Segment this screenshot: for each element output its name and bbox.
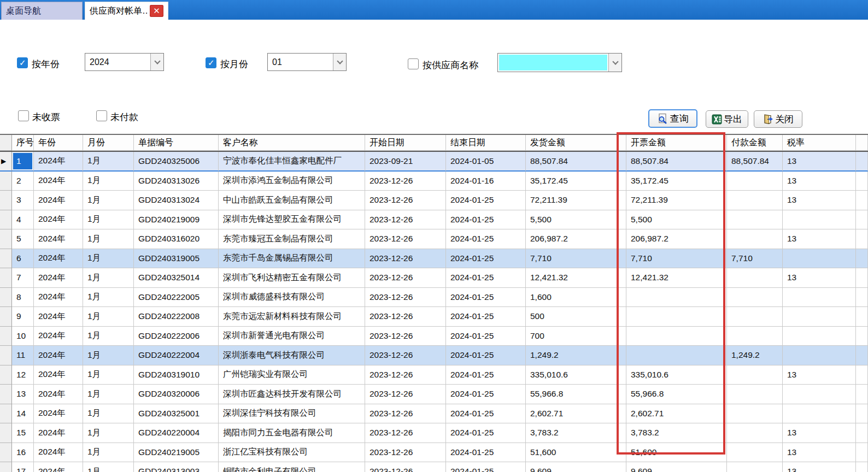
- table-cell[interactable]: 88,507.84: [727, 152, 783, 172]
- row-selector-cell[interactable]: [0, 210, 12, 230]
- table-cell[interactable]: 2024-01-25: [446, 462, 526, 472]
- row-selector-cell[interactable]: [0, 307, 12, 327]
- table-cell[interactable]: 1月: [83, 443, 134, 463]
- table-cell[interactable]: 1: [12, 152, 34, 172]
- table-cell[interactable]: 51,600: [626, 443, 727, 463]
- table-cell[interactable]: 88,507.84: [626, 152, 727, 172]
- table-row[interactable]: 122024年1月GDD240319010广州铠瑞实业有限公司2023-12-2…: [0, 365, 868, 385]
- column-header[interactable]: 客户名称: [219, 135, 365, 151]
- table-cell[interactable]: 17: [12, 462, 34, 472]
- table-cell[interactable]: 2023-12-26: [365, 365, 446, 385]
- table-cell[interactable]: 2024-01-25: [446, 229, 526, 249]
- row-selector-cell[interactable]: [0, 327, 12, 346]
- table-cell[interactable]: [783, 288, 856, 308]
- table-cell[interactable]: [727, 229, 783, 249]
- table-cell[interactable]: 13: [783, 268, 856, 288]
- table-cell[interactable]: [727, 288, 783, 308]
- no-invoice-checkbox[interactable]: [18, 110, 29, 121]
- table-cell[interactable]: 1月: [83, 423, 134, 443]
- table-cell[interactable]: GDD240325001: [134, 404, 219, 424]
- table-cell[interactable]: 2024年: [34, 229, 83, 249]
- table-cell[interactable]: 9,609: [526, 462, 626, 472]
- table-cell[interactable]: 广州铠瑞实业有限公司: [219, 365, 365, 385]
- row-selector-cell[interactable]: [0, 288, 12, 308]
- table-cell[interactable]: 88,507.84: [526, 152, 626, 172]
- table-cell[interactable]: 1月: [83, 191, 134, 210]
- supplier-select[interactable]: [497, 53, 622, 72]
- table-cell[interactable]: 2023-12-26: [365, 385, 446, 404]
- table-cell[interactable]: GDD240313003: [134, 462, 219, 472]
- table-cell[interactable]: 2024-01-25: [446, 404, 526, 424]
- table-row[interactable]: 102024年1月GDD240222006深圳市新誉通光电有限公司2023-12…: [0, 327, 868, 346]
- table-row[interactable]: 152024年1月GDD240220004揭阳市同力五金电器有限公司2023-1…: [0, 423, 868, 443]
- table-cell[interactable]: 55,966.8: [626, 385, 727, 404]
- row-selector-cell[interactable]: [0, 346, 12, 365]
- table-cell[interactable]: 1月: [83, 462, 134, 472]
- row-selector-cell[interactable]: [0, 462, 12, 472]
- table-cell[interactable]: 1月: [83, 288, 134, 308]
- table-cell[interactable]: 揭阳市同力五金电器有限公司: [219, 423, 365, 443]
- table-cell[interactable]: 2024年: [34, 249, 83, 269]
- table-cell[interactable]: 1月: [83, 307, 134, 327]
- table-cell[interactable]: 1月: [83, 385, 134, 404]
- table-cell[interactable]: 1月: [83, 172, 134, 191]
- table-row[interactable]: 172024年1月GDD240313003铜陵市金利电子有限公司2023-12-…: [0, 462, 868, 472]
- column-header[interactable]: 发货金额: [526, 135, 626, 151]
- table-cell[interactable]: GDD240319005: [134, 249, 219, 269]
- table-cell[interactable]: 13: [783, 172, 856, 191]
- tab-supplier-statement[interactable]: 供应商对帐单… ✕: [85, 2, 168, 20]
- table-cell[interactable]: 2023-09-21: [365, 152, 446, 172]
- table-cell[interactable]: 2024年: [34, 423, 83, 443]
- table-cell[interactable]: 16: [12, 443, 34, 463]
- table-cell[interactable]: GDD240313024: [134, 191, 219, 210]
- table-cell[interactable]: 6: [12, 249, 34, 269]
- table-cell[interactable]: 12,421.32: [626, 268, 727, 288]
- table-cell[interactable]: 2024年: [34, 172, 83, 191]
- table-cell[interactable]: 7,710: [626, 249, 727, 269]
- table-cell[interactable]: 2024-01-25: [446, 327, 526, 346]
- table-cell[interactable]: GDD240222008: [134, 307, 219, 327]
- column-header[interactable]: 开始日期: [365, 135, 446, 151]
- table-cell[interactable]: 1月: [83, 346, 134, 365]
- column-header[interactable]: 开票金额: [626, 135, 727, 151]
- table-cell[interactable]: 2024-01-05: [446, 152, 526, 172]
- table-row[interactable]: ▶12024年1月GDD240325006宁波市奉化佳丰恒鑫家电配件厂2023-…: [0, 152, 868, 172]
- table-cell[interactable]: 2024-01-25: [446, 346, 526, 365]
- row-selector-cell[interactable]: [0, 443, 12, 463]
- table-cell[interactable]: [783, 327, 856, 346]
- table-cell[interactable]: [727, 210, 783, 230]
- table-row[interactable]: 82024年1月GDD240222005深圳市威德盛科技有限公司2023-12-…: [0, 288, 868, 308]
- table-row[interactable]: 62024年1月GDD240319005东莞市千岛金属锡品有限公司2023-12…: [0, 249, 868, 269]
- table-cell[interactable]: 浙江亿宝科技有限公司: [219, 443, 365, 463]
- month-select[interactable]: 01: [267, 53, 347, 71]
- table-cell[interactable]: 2024-01-25: [446, 191, 526, 210]
- table-cell[interactable]: 2023-12-26: [365, 288, 446, 308]
- column-header[interactable]: 税率: [783, 135, 856, 151]
- table-cell[interactable]: [727, 423, 783, 443]
- table-cell[interactable]: [727, 404, 783, 424]
- table-cell[interactable]: 中山市皓跃五金制品有限公司: [219, 191, 365, 210]
- chevron-down-icon[interactable]: [150, 54, 163, 70]
- table-cell[interactable]: 2024-01-25: [446, 365, 526, 385]
- year-select[interactable]: 2024: [85, 53, 164, 71]
- table-cell[interactable]: 2024-01-25: [446, 288, 526, 308]
- table-cell[interactable]: 1月: [83, 249, 134, 269]
- table-cell[interactable]: 5,500: [526, 210, 626, 230]
- row-selector-cell[interactable]: [0, 229, 12, 249]
- table-cell[interactable]: 206,987.2: [626, 229, 727, 249]
- table-cell[interactable]: 3,783.2: [526, 423, 626, 443]
- row-selector-header[interactable]: [0, 135, 12, 151]
- table-cell[interactable]: 2023-12-26: [365, 268, 446, 288]
- table-row[interactable]: 92024年1月GDD240222008东莞市远宏新材料科技有限公司2023-1…: [0, 307, 868, 327]
- table-cell[interactable]: 2024-01-25: [446, 268, 526, 288]
- table-cell[interactable]: 2024年: [34, 152, 83, 172]
- export-button[interactable]: 导出: [706, 110, 748, 128]
- table-cell[interactable]: 2024年: [34, 268, 83, 288]
- table-cell[interactable]: 2023-12-26: [365, 191, 446, 210]
- table-cell[interactable]: 13: [783, 443, 856, 463]
- table-row[interactable]: 42024年1月GDD240219009深圳市先锋达塑胶五金有限公司2023-1…: [0, 210, 868, 230]
- table-cell[interactable]: GDD240222004: [134, 346, 219, 365]
- table-cell[interactable]: 7,710: [727, 249, 783, 269]
- table-cell[interactable]: 深圳市新誉通光电有限公司: [219, 327, 365, 346]
- table-cell[interactable]: 2024年: [34, 443, 83, 463]
